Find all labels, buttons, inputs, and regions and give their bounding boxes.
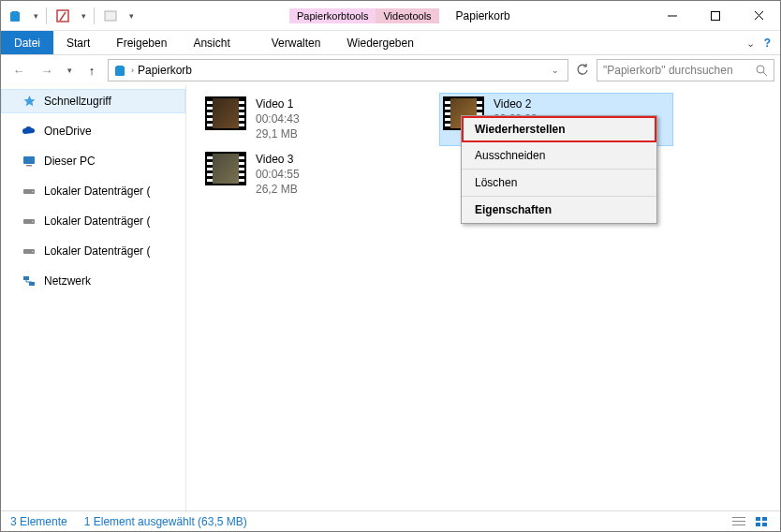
properties-icon[interactable] bbox=[52, 6, 73, 26]
large-icons-view-icon[interactable] bbox=[752, 514, 771, 529]
sidebar-item-label: Lokaler Datenträger ( bbox=[44, 214, 150, 228]
navigation-pane: Schnellzugriff OneDrive Dieser PC Lokale… bbox=[1, 85, 186, 512]
recycle-bin-tools-group: Papierkorbtools bbox=[289, 8, 376, 23]
svg-rect-2 bbox=[105, 11, 116, 21]
svg-rect-19 bbox=[29, 282, 35, 286]
recycle-bin-icon[interactable] bbox=[5, 6, 25, 26]
svg-rect-7 bbox=[115, 66, 125, 76]
status-selected: 1 Element ausgewählt (63,5 MB) bbox=[84, 515, 247, 528]
status-bar: 3 Elemente 1 Element ausgewählt (63,5 MB… bbox=[1, 510, 780, 531]
file-duration: 00:04:55 bbox=[256, 167, 300, 182]
recycle-bin-icon bbox=[112, 63, 127, 78]
up-button[interactable]: ↑ bbox=[80, 58, 104, 82]
tab-playback[interactable]: Wiedergeben bbox=[333, 31, 426, 54]
forward-button[interactable]: → bbox=[35, 58, 59, 82]
search-placeholder: "Papierkorb" durchsuchen bbox=[603, 64, 756, 77]
sidebar-item-label: Lokaler Datenträger ( bbox=[44, 244, 150, 258]
minimize-button[interactable] bbox=[651, 1, 694, 31]
sidebar-item-network[interactable]: Netzwerk bbox=[1, 269, 185, 293]
title-bar: ▾ ▾ ▾ Papierkorbtools Videotools Papierk… bbox=[1, 1, 780, 31]
address-row: ← → ▾ ↑ › Papierkorb ⌄ "Papierkorb" durc… bbox=[1, 55, 780, 85]
drive-icon bbox=[22, 244, 37, 259]
video-tools-group: Videotools bbox=[376, 8, 438, 23]
context-menu-restore[interactable]: Wiederherstellen bbox=[462, 116, 656, 142]
svg-rect-18 bbox=[23, 276, 29, 280]
network-icon bbox=[22, 273, 37, 288]
chevron-right-icon[interactable]: › bbox=[131, 66, 134, 75]
file-size: 26,2 MB bbox=[256, 182, 300, 197]
search-icon bbox=[756, 65, 768, 77]
svg-rect-10 bbox=[23, 156, 35, 164]
address-dropdown-icon[interactable]: ⌄ bbox=[547, 66, 564, 75]
file-item[interactable]: Video 3 00:04:55 26,2 MB bbox=[201, 148, 435, 201]
drive-icon bbox=[22, 214, 37, 229]
search-input[interactable]: "Papierkorb" durchsuchen bbox=[597, 59, 774, 81]
svg-point-17 bbox=[32, 251, 34, 253]
svg-rect-11 bbox=[26, 165, 32, 167]
file-name: Video 2 bbox=[494, 96, 538, 111]
file-name: Video 1 bbox=[256, 96, 300, 111]
context-menu-delete[interactable]: Löschen bbox=[462, 170, 656, 197]
file-item[interactable]: Video 1 00:04:43 29,1 MB bbox=[201, 93, 435, 146]
svg-rect-20 bbox=[732, 517, 745, 518]
help-icon[interactable]: ? bbox=[764, 37, 771, 50]
sidebar-item-label: Lokaler Datenträger ( bbox=[44, 185, 150, 198]
svg-point-15 bbox=[32, 221, 34, 223]
address-bar[interactable]: › Papierkorb ⌄ bbox=[108, 59, 568, 81]
sidebar-item-drive[interactable]: Lokaler Datenträger ( bbox=[1, 209, 185, 233]
sidebar-item-quick-access[interactable]: Schnellzugriff bbox=[1, 89, 185, 113]
back-button[interactable]: ← bbox=[7, 58, 31, 82]
monitor-icon bbox=[22, 154, 37, 169]
sidebar-item-label: Schnellzugriff bbox=[44, 95, 111, 108]
qat-customize-icon[interactable]: ▾ bbox=[126, 11, 136, 21]
close-button[interactable] bbox=[737, 1, 780, 31]
ribbon-expand-icon[interactable]: ⌄ bbox=[746, 37, 755, 50]
refresh-button[interactable] bbox=[572, 64, 593, 77]
content-pane: Video 1 00:04:43 29,1 MB Video 2 00:08:0… bbox=[186, 85, 780, 512]
svg-rect-24 bbox=[762, 517, 767, 521]
svg-rect-4 bbox=[712, 11, 720, 20]
sidebar-item-label: Dieser PC bbox=[44, 155, 96, 168]
tab-home[interactable]: Start bbox=[53, 31, 103, 54]
file-size: 29,1 MB bbox=[256, 126, 300, 141]
sidebar-item-drive[interactable]: Lokaler Datenträger ( bbox=[1, 179, 185, 203]
svg-rect-26 bbox=[762, 523, 767, 526]
qat-dropdown-icon[interactable]: ▾ bbox=[79, 11, 88, 21]
recent-locations-dropdown[interactable]: ▾ bbox=[63, 58, 76, 82]
context-menu-properties[interactable]: Eigenschaften bbox=[462, 197, 656, 223]
svg-rect-25 bbox=[756, 523, 760, 526]
sidebar-item-drive[interactable]: Lokaler Datenträger ( bbox=[1, 239, 185, 263]
file-duration: 00:04:43 bbox=[256, 111, 300, 126]
svg-point-13 bbox=[32, 191, 34, 193]
quick-access-toolbar: ▾ ▾ ▾ bbox=[1, 6, 140, 26]
video-thumbnail-icon bbox=[205, 152, 246, 185]
video-thumbnail-icon bbox=[205, 96, 246, 130]
tab-share[interactable]: Freigeben bbox=[103, 31, 180, 54]
star-icon bbox=[22, 94, 37, 109]
tab-manage[interactable]: Verwalten bbox=[258, 31, 334, 54]
file-name: Video 3 bbox=[256, 152, 300, 167]
svg-rect-23 bbox=[756, 517, 760, 521]
svg-line-9 bbox=[763, 72, 767, 76]
ribbon-tabs: Datei Start Freigeben Ansicht Verwalten … bbox=[1, 31, 780, 55]
qat-dropdown-icon[interactable]: ▾ bbox=[31, 11, 40, 21]
cloud-icon bbox=[22, 124, 37, 139]
maximize-button[interactable] bbox=[694, 1, 737, 31]
svg-rect-21 bbox=[732, 521, 745, 522]
breadcrumb[interactable]: Papierkorb bbox=[138, 64, 192, 77]
window-title: Papierkorb bbox=[456, 9, 510, 22]
new-folder-icon[interactable] bbox=[100, 6, 121, 26]
sidebar-item-onedrive[interactable]: OneDrive bbox=[1, 119, 185, 143]
contextual-tool-groups: Papierkorbtools Videotools bbox=[289, 8, 439, 23]
context-menu: Wiederherstellen Ausschneiden Löschen Ei… bbox=[461, 115, 657, 224]
context-menu-cut[interactable]: Ausschneiden bbox=[462, 142, 656, 170]
tab-view[interactable]: Ansicht bbox=[180, 31, 243, 54]
file-tab[interactable]: Datei bbox=[1, 31, 53, 54]
drive-icon bbox=[22, 184, 37, 199]
status-item-count: 3 Elemente bbox=[10, 515, 67, 528]
svg-point-8 bbox=[757, 66, 764, 73]
sidebar-item-label: Netzwerk bbox=[44, 274, 91, 288]
svg-rect-22 bbox=[732, 525, 745, 525]
details-view-icon[interactable] bbox=[729, 514, 748, 529]
sidebar-item-thispc[interactable]: Dieser PC bbox=[1, 149, 185, 173]
